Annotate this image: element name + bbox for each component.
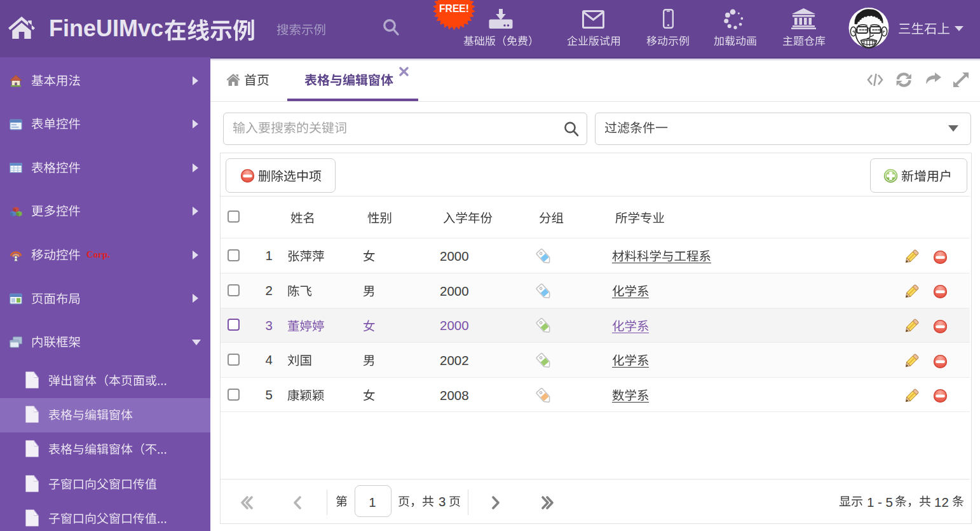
- svg-text:FREE!: FREE!: [439, 3, 469, 13]
